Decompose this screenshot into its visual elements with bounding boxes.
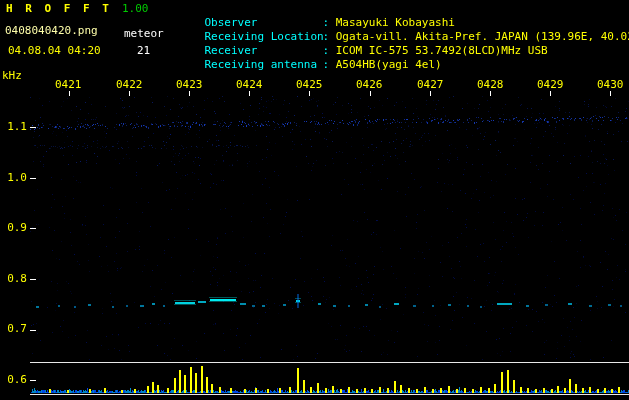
- time-tick-label: 0424: [236, 78, 263, 92]
- time-tick-label: 0428: [477, 78, 504, 92]
- freq-tick-label: 1.1: [5, 120, 27, 134]
- mode-label: meteor: [124, 27, 164, 41]
- time-tick-label: 0423: [176, 78, 203, 92]
- datetime-label: 04.08.04 04:20: [8, 44, 101, 58]
- info-colon: :: [323, 58, 336, 71]
- time-tick-label: 0426: [356, 78, 383, 92]
- event-count: 21: [137, 44, 150, 58]
- hrofft-window: H R O F F T 1.00 0408040420.png meteor 0…: [0, 0, 629, 400]
- freq-tick-label: 1.0: [5, 171, 27, 185]
- time-tick-label: 0422: [116, 78, 143, 92]
- freq-tick-label: 0.8: [5, 272, 27, 286]
- freq-axis-unit: kHz: [2, 69, 22, 83]
- freq-tick-label: 0.7: [5, 322, 27, 336]
- output-filename: 0408040420.png: [5, 24, 98, 38]
- time-tick-label: 0427: [417, 78, 444, 92]
- time-tick-label: 0421: [55, 78, 82, 92]
- freq-tick-label: 0.6: [5, 373, 27, 387]
- app-title: H R O F F T: [6, 2, 112, 16]
- time-tick-label: 0429: [537, 78, 564, 92]
- app-version: 1.00: [122, 2, 149, 16]
- info-label: Receiving antenna: [205, 58, 323, 72]
- time-tick-label: 0430: [597, 78, 624, 92]
- info-value: A504HB(yagi 4el): [336, 58, 442, 71]
- time-tick-label: 0425: [296, 78, 323, 92]
- freq-tick-label: 0.9: [5, 221, 27, 235]
